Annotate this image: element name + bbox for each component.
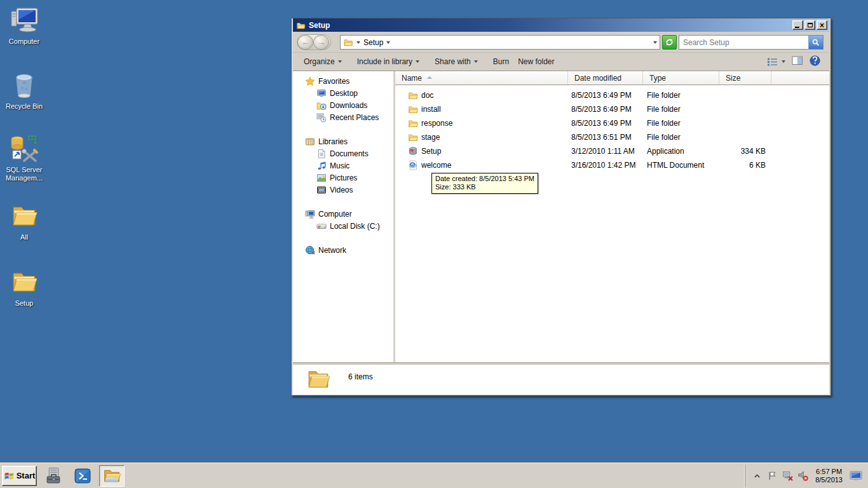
- column-headers: Name Date modified Type Size: [395, 71, 829, 85]
- chevron-down-icon: [416, 60, 419, 63]
- refresh-button[interactable]: [662, 35, 677, 50]
- search-input[interactable]: [679, 38, 808, 47]
- new-folder-button[interactable]: New folder: [513, 55, 559, 69]
- column-label: Type: [649, 74, 666, 83]
- column-header-date-modified[interactable]: Date modified: [568, 71, 643, 85]
- help-button[interactable]: [810, 55, 820, 68]
- sidebar-item-favorites[interactable]: Favorites: [293, 75, 393, 87]
- organize-button[interactable]: Organize: [299, 55, 346, 69]
- computer-icon: [9, 5, 39, 36]
- command-toolbar: Organize Include in library Share with B…: [293, 53, 829, 71]
- column-header-name[interactable]: Name: [395, 71, 568, 85]
- burn-label: Burn: [493, 57, 509, 66]
- file-type: File folder: [643, 116, 719, 130]
- desktop-icon-sql-server-management[interactable]: SQL Server Managem...: [0, 133, 48, 182]
- sidebar-item-network[interactable]: Network: [293, 244, 393, 256]
- desktop-icon-all[interactable]: All: [0, 201, 48, 241]
- address-bar[interactable]: Setup: [340, 35, 660, 50]
- action-center-flag-icon[interactable]: [767, 470, 778, 481]
- file-name: stage: [421, 133, 440, 142]
- sidebar-item-libraries[interactable]: Libraries: [293, 135, 393, 147]
- chevron-down-icon[interactable]: [386, 41, 390, 44]
- sidebar-item-pictures[interactable]: Pictures: [293, 172, 393, 184]
- windows-explorer-icon: [102, 467, 121, 485]
- forward-button[interactable]: →: [313, 35, 329, 50]
- file-row[interactable]: response 8/5/2013 6:49 PM File folder: [395, 116, 829, 130]
- sidebar-item-label: Videos: [330, 186, 353, 194]
- folder-icon: [9, 201, 39, 231]
- navigation-pane: Favorites Desktop Downloads: [293, 71, 393, 362]
- desktop-icon: [316, 88, 327, 98]
- html-document-icon: [408, 160, 418, 170]
- maximize-button[interactable]: [804, 20, 815, 30]
- file-row[interactable]: welcome 3/16/2010 1:42 PM HTML Document …: [395, 158, 829, 172]
- share-with-button[interactable]: Share with: [430, 55, 482, 69]
- sidebar-item-label: Documents: [330, 149, 369, 158]
- search-button[interactable]: [808, 36, 823, 49]
- column-label: Date modified: [574, 74, 621, 83]
- file-row[interactable]: doc 8/5/2013 6:49 PM File folder: [395, 88, 829, 102]
- sidebar-item-local-disk-c[interactable]: Local Disk (C:): [293, 220, 393, 232]
- sidebar-item-computer[interactable]: Computer: [293, 208, 393, 220]
- file-row[interactable]: Setup 3/12/2010 1:11 AM Application 334 …: [395, 144, 829, 158]
- column-header-blank[interactable]: [771, 71, 829, 85]
- burn-button[interactable]: Burn: [489, 55, 513, 69]
- titlebar[interactable]: Setup ×: [293, 18, 829, 32]
- close-button[interactable]: ×: [817, 20, 827, 30]
- back-button[interactable]: ←: [297, 35, 313, 50]
- file-row[interactable]: stage 8/5/2013 6:51 PM File folder: [395, 130, 829, 144]
- chevron-down-icon[interactable]: [356, 41, 360, 44]
- folder-icon: [9, 267, 39, 297]
- preview-pane-button[interactable]: [792, 56, 803, 67]
- powershell-icon: [74, 468, 91, 484]
- system-tray: 6:57 PM 8/5/2013: [745, 465, 868, 487]
- desktop-icon-recycle-bin[interactable]: Recycle Bin: [0, 70, 48, 111]
- file-name: doc: [421, 91, 433, 100]
- tooltip-date-created: Date created: 8/5/2013 5:43 PM: [435, 175, 534, 183]
- sidebar-item-music[interactable]: Music: [293, 159, 393, 172]
- taskbar-clock[interactable]: 6:57 PM 8/5/2013: [813, 468, 845, 484]
- sidebar-item-documents[interactable]: Documents: [293, 147, 393, 159]
- volume-muted-icon[interactable]: [797, 470, 808, 481]
- file-name: install: [421, 105, 441, 114]
- address-history-chevron-icon[interactable]: [653, 41, 657, 44]
- desktop-icon-computer[interactable]: Computer: [0, 5, 48, 46]
- column-header-type[interactable]: Type: [643, 71, 719, 85]
- help-icon: [810, 55, 820, 66]
- sidebar-item-label: Downloads: [330, 101, 367, 110]
- file-size: [719, 130, 771, 144]
- sql-server-management-studio-icon: [9, 133, 39, 164]
- file-type-icon: [408, 160, 418, 170]
- local-disk-icon: [316, 221, 327, 231]
- breadcrumb-location[interactable]: Setup: [363, 38, 383, 47]
- file-row[interactable]: install 8/5/2013 6:49 PM File folder: [395, 102, 829, 116]
- folder-icon: [296, 21, 306, 30]
- tooltip-size: Size: 333 KB: [435, 183, 534, 191]
- sidebar-item-desktop[interactable]: Desktop: [293, 87, 393, 99]
- sidebar-item-label: Pictures: [330, 173, 357, 182]
- minimize-button[interactable]: [792, 20, 803, 30]
- taskbar-powershell-button[interactable]: [70, 465, 95, 487]
- network-icon: [305, 245, 315, 255]
- folder-icon: [408, 118, 418, 128]
- file-size: 334 KB: [719, 144, 771, 158]
- sidebar-item-videos[interactable]: Videos: [293, 184, 393, 196]
- hidden-icons-chevron-icon[interactable]: [752, 470, 763, 481]
- change-view-button[interactable]: [767, 57, 785, 67]
- taskbar-server-manager-button[interactable]: [41, 465, 66, 487]
- start-button[interactable]: Start: [2, 466, 37, 486]
- explorer-window: Setup × ← → Setup: [291, 18, 831, 396]
- sidebar-item-label: Local Disk (C:): [330, 222, 380, 231]
- sidebar-item-recent-places[interactable]: Recent Places: [293, 111, 393, 123]
- recent-places-icon: [316, 112, 327, 123]
- downloads-icon: [316, 100, 327, 111]
- desktop-icon-setup[interactable]: Setup: [0, 267, 48, 308]
- include-in-library-label: Include in library: [357, 57, 412, 66]
- column-header-size[interactable]: Size: [719, 71, 771, 85]
- include-in-library-button[interactable]: Include in library: [353, 55, 424, 69]
- network-disconnected-icon[interactable]: [782, 470, 793, 481]
- show-desktop-icon[interactable]: [850, 470, 862, 482]
- sidebar-item-downloads[interactable]: Downloads: [293, 99, 393, 111]
- taskbar-windows-explorer-button[interactable]: [99, 465, 125, 487]
- breadcrumb[interactable]: Setup: [343, 37, 653, 47]
